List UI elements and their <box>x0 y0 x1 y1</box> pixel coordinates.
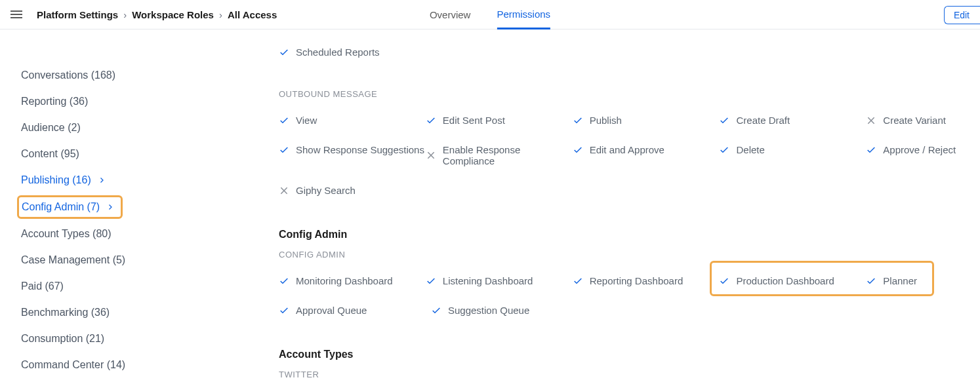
sidebar-item[interactable]: Case Management (5) <box>21 247 236 273</box>
permission-item: Approve / Reject <box>866 139 980 161</box>
permission-label: Create Variant <box>883 115 946 126</box>
permission-item: Edit Sent Post <box>426 109 573 131</box>
sidebar-item-label: Publishing (16) <box>21 174 91 186</box>
sidebar-item-label: Paid (67) <box>21 280 64 292</box>
x-icon <box>426 150 436 161</box>
sidebar-item-label: Case Management (5) <box>21 254 125 266</box>
sidebar-item[interactable]: Conversations (168) <box>21 62 236 88</box>
chevron-right-icon: › <box>219 9 222 20</box>
permission-label: Edit Sent Post <box>443 115 505 126</box>
sidebar-item[interactable]: Paid (67) <box>21 273 236 299</box>
breadcrumb-item[interactable]: Workspace Roles <box>132 9 214 20</box>
sidebar-item-label: Reporting (36) <box>21 96 88 107</box>
permission-item: Create Draft <box>719 109 866 131</box>
permission-label: Delete <box>736 144 764 155</box>
sidebar-item[interactable]: Benchmarking (36) <box>21 299 236 326</box>
permission-label: Planner <box>883 275 917 286</box>
permission-item: Publish <box>573 109 720 131</box>
permission-label: Suggestion Queue <box>448 305 529 316</box>
permission-item: Production Dashboard <box>719 270 866 292</box>
sidebar-item[interactable]: Command Center (14) <box>21 352 236 378</box>
section-header: CONFIG ADMIN <box>279 250 980 259</box>
breadcrumb-item[interactable]: All Access <box>228 9 277 20</box>
chevron-right-icon <box>106 203 114 211</box>
section-title: Account Types <box>279 349 980 360</box>
permission-label: Edit and Approve <box>590 144 664 155</box>
permission-item: Create Variant <box>866 109 980 131</box>
section-title: Config Admin <box>279 229 980 240</box>
permission-item: Scheduled Reports <box>279 41 980 63</box>
tab-permissions[interactable]: Permissions <box>497 1 550 29</box>
sidebar-item[interactable]: Publishing (16) <box>21 167 236 193</box>
check-icon <box>866 276 876 286</box>
permission-label: Scheduled Reports <box>296 47 380 58</box>
tab-overview[interactable]: Overview <box>430 0 471 29</box>
permission-label: Publish <box>590 115 622 126</box>
chevron-right-icon: › <box>123 9 127 20</box>
permission-item: Listening Dashboard <box>426 270 573 292</box>
permission-item: Edit and Approve <box>573 139 720 161</box>
permission-label: Giphy Search <box>296 185 356 196</box>
permission-item: Enable Response Compliance <box>426 139 573 172</box>
permission-label: Reporting Dashboard <box>590 275 684 286</box>
check-icon <box>866 145 876 155</box>
check-icon <box>279 305 289 316</box>
sidebar-item-label: Audience (2) <box>21 122 81 134</box>
hamburger-menu-icon[interactable] <box>10 8 24 21</box>
chevron-right-icon <box>98 176 106 184</box>
check-icon <box>573 115 583 126</box>
permission-label: Monitoring Dashboard <box>296 275 393 286</box>
check-icon <box>279 145 289 155</box>
permission-item: Approval Queue <box>279 299 431 321</box>
check-icon <box>279 115 289 126</box>
check-icon <box>426 276 436 286</box>
check-icon <box>719 115 729 126</box>
sidebar-item-config-admin[interactable]: Config Admin (7) <box>17 195 123 219</box>
check-icon <box>719 276 729 286</box>
permission-item: Monitoring Dashboard <box>279 270 426 292</box>
check-icon <box>573 276 583 286</box>
sidebar-item[interactable]: Audience (2) <box>21 115 236 141</box>
x-icon <box>866 115 876 126</box>
section-header: TWITTER <box>279 370 980 379</box>
sidebar-item-label: Benchmarking (36) <box>21 307 110 318</box>
permission-item: View <box>279 109 426 131</box>
section-header: OUTBOUND MESSAGE <box>279 89 980 99</box>
sidebar-item[interactable]: Reporting (36) <box>21 88 236 115</box>
sidebar-item-label: Content (95) <box>21 148 79 160</box>
sidebar-item[interactable]: Account Types (80) <box>21 221 236 247</box>
permission-label: View <box>296 115 317 126</box>
sidebar-item-label: Config Admin (7) <box>22 201 100 213</box>
sidebar-item-label: Account Types (80) <box>21 228 112 240</box>
permission-label: Enable Response Compliance <box>443 144 573 166</box>
breadcrumb: Platform Settings › Workspace Roles › Al… <box>37 9 277 20</box>
main-content: Scheduled Reports OUTBOUND MESSAGE View … <box>236 29 980 384</box>
check-icon <box>279 47 289 58</box>
check-icon <box>431 305 441 316</box>
check-icon <box>279 276 289 286</box>
breadcrumb-item[interactable]: Platform Settings <box>37 9 118 20</box>
permission-item: Delete <box>719 139 866 161</box>
check-icon <box>573 145 583 155</box>
sidebar-item-label: Consumption (21) <box>21 333 104 345</box>
permission-item: Reporting Dashboard <box>573 270 720 292</box>
permission-item: Giphy Search <box>279 180 431 201</box>
permission-label: Approve / Reject <box>883 144 956 155</box>
check-icon <box>719 145 729 155</box>
sidebar-item[interactable]: Content (95) <box>21 141 236 167</box>
permission-label: Production Dashboard <box>736 275 834 286</box>
edit-button[interactable]: Edit <box>944 6 980 24</box>
permission-label: Show Response Suggestions <box>296 144 424 155</box>
permission-item: Show Response Suggestions <box>279 139 426 161</box>
x-icon <box>279 185 289 196</box>
permission-item: Planner <box>866 270 980 292</box>
sidebar: Conversations (168)Reporting (36)Audienc… <box>0 29 236 384</box>
permission-label: Create Draft <box>736 115 790 126</box>
sidebar-item-label: Conversations (168) <box>21 69 115 81</box>
permission-item: Suggestion Queue <box>431 299 583 321</box>
permission-label: Listening Dashboard <box>443 275 533 286</box>
permission-label: Approval Queue <box>296 305 367 316</box>
sidebar-item[interactable]: Consumption (21) <box>21 326 236 352</box>
sidebar-item-label: Command Center (14) <box>21 359 125 371</box>
check-icon <box>426 115 436 126</box>
